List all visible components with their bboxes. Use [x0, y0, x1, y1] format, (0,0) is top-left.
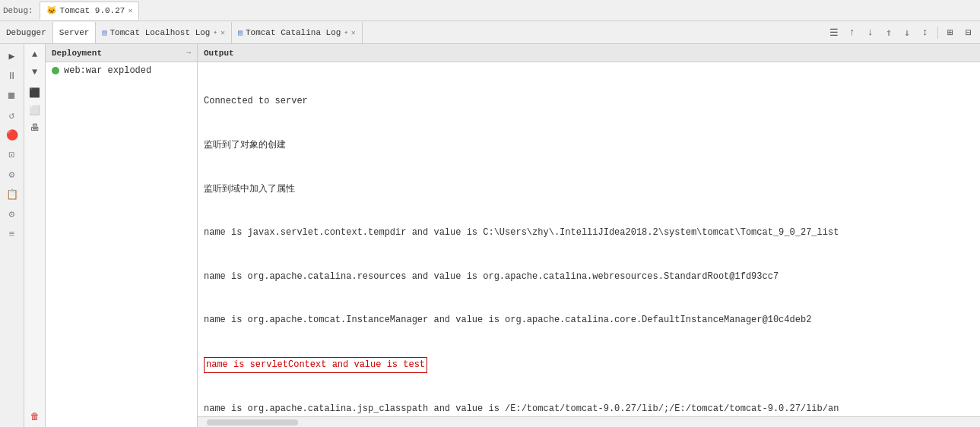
h-scrollbar-area — [198, 416, 980, 427]
btn-grid[interactable]: ⊞ — [942, 24, 959, 41]
tab-localhost-icon: ▤ — [102, 28, 106, 37]
top-bar: Debug: 🐱 Tomcat 9.0.27 ✕ — [0, 0, 980, 21]
log-line-3: name is javax.servlet.context.tempdir an… — [204, 226, 974, 240]
log-area[interactable]: Connected to server 监听到了对象的创建 监听到域中加入了属性… — [198, 62, 980, 416]
tab-tomcat-label: Tomcat 9.0.27 — [60, 6, 125, 15]
btn-up2[interactable]: ⇑ — [880, 24, 897, 41]
tab-server-label: Server — [59, 28, 90, 37]
sidebar-btn-settings[interactable]: ⚙ — [3, 166, 21, 184]
log-line-1: 监听到了对象的创建 — [204, 138, 974, 153]
deployment-header: Deployment → — [46, 44, 197, 62]
deployment-item-label: web:war exploded — [64, 65, 151, 76]
tab-localhost-close[interactable]: ✕ — [220, 28, 225, 37]
print-btn[interactable]: 🖶 — [27, 120, 43, 135]
btn-up3[interactable]: ↕ — [917, 24, 934, 41]
tab-localhost-label: Tomcat Localhost Log — [109, 28, 210, 37]
left-sidebar: ▶ ⏸ ⏹ ↺ 🔴 ⊡ ⚙ 📋 ⚙ ≡ — [0, 44, 24, 427]
sidebar-btn-gear[interactable]: ⚙ — [3, 205, 21, 223]
output-header: Output — [198, 44, 980, 62]
log-text-0: Connected to server — [204, 94, 974, 109]
tab-localhost-log[interactable]: ▤ Tomcat Localhost Log ✦ ✕ — [96, 22, 232, 43]
btn-down2[interactable]: ⇓ — [899, 24, 915, 41]
sidebar-btn-inspect[interactable]: ⊡ — [3, 146, 21, 164]
sidebar-btn-refresh[interactable]: ↺ — [3, 106, 21, 125]
log-line-5: name is org.apache.tomcat.InstanceManage… — [204, 313, 974, 327]
sidebar-btn-pause[interactable]: ⏸ — [3, 67, 21, 85]
log-text-4: name is org.apache.catalina.resources an… — [204, 270, 974, 284]
log-line-0: Connected to server — [204, 94, 974, 109]
btn-down[interactable]: ↓ — [862, 24, 879, 41]
deployment-item[interactable]: web:war exploded — [46, 62, 197, 79]
tab-catalina-label: Tomcat Catalina Log — [246, 28, 341, 37]
split-inner: ▲ ▼ ⬛ ⬜ 🖶 🗑 Deployment → web:war explode… — [24, 44, 980, 427]
sidebar-btn-play[interactable]: ▶ — [3, 47, 21, 65]
log-line-2: 监听到域中加入了属性 — [204, 182, 974, 197]
sep1 — [937, 27, 938, 39]
deployment-arrow: → — [186, 49, 191, 57]
status-dot — [52, 67, 59, 74]
output-panel: Output Connected to server 监听到了对象的创建 监听到… — [198, 44, 980, 427]
scroll-up-btn[interactable]: ▲ — [27, 47, 43, 62]
tab-tomcat-icon: 🐱 — [46, 5, 57, 15]
tab-tomcat[interactable]: 🐱 Tomcat 9.0.27 ✕ — [40, 2, 140, 20]
tab-server[interactable]: Server — [53, 22, 97, 43]
ide-window: Debug: 🐱 Tomcat 9.0.27 ✕ Debugger Server… — [0, 0, 980, 427]
main-area: ▶ ⏸ ⏹ ↺ 🔴 ⊡ ⚙ 📋 ⚙ ≡ ▲ ▼ ⬛ ⬜ 🖶 🗑 — [0, 44, 980, 427]
log-text-7: name is org.apache.catalina.jsp_classpat… — [204, 402, 974, 416]
tab-catalina-icon: ▤ — [238, 28, 243, 37]
log-line-7: name is org.apache.catalina.jsp_classpat… — [204, 402, 974, 416]
btn-up[interactable]: ↑ — [844, 24, 861, 41]
tab-debugger[interactable]: Debugger — [0, 22, 53, 43]
log-line-6: name is servletContext and value is test — [204, 357, 974, 373]
tab-close-icon[interactable]: ✕ — [128, 6, 132, 15]
deployment-panel: Deployment → web:war exploded — [46, 44, 198, 427]
deployment-title: Deployment — [52, 49, 102, 58]
log-text-2: 监听到域中加入了属性 — [204, 182, 974, 197]
sidebar-btn-stop[interactable]: ⏹ — [3, 87, 21, 105]
delete-btn[interactable]: 🗑 — [27, 409, 43, 424]
sidebar-btn-layout[interactable]: 📋 — [3, 185, 21, 204]
h-scrollbar-thumb[interactable] — [207, 419, 298, 425]
align2-btn[interactable]: ⬜ — [27, 103, 43, 118]
tab-catalina-pin: ✦ — [344, 28, 347, 36]
log-text-5: name is org.apache.tomcat.InstanceManage… — [204, 313, 974, 327]
log-line-4: name is org.apache.catalina.resources an… — [204, 270, 974, 284]
sidebar-btn-menu[interactable]: ≡ — [3, 225, 21, 243]
align-btn[interactable]: ⬛ — [27, 85, 43, 100]
log-text-6: name is servletContext and value is test — [204, 357, 427, 373]
debug-label: Debug: — [3, 6, 36, 15]
scroll-down-btn[interactable]: ▼ — [27, 65, 43, 80]
log-text-3: name is javax.servlet.context.tempdir an… — [204, 226, 974, 240]
tab-catalina-log[interactable]: ▤ Tomcat Catalina Log ✦ ✕ — [232, 22, 363, 43]
sidebar-btn-debug[interactable]: 🔴 — [3, 126, 21, 144]
tab-localhost-pin: ✦ — [213, 28, 217, 36]
tab-catalina-close[interactable]: ✕ — [351, 28, 356, 37]
tab-debugger-label: Debugger — [6, 28, 46, 37]
btn-menu[interactable]: ☰ — [826, 24, 842, 41]
log-text-1: 监听到了对象的创建 — [204, 138, 974, 153]
output-title: Output — [204, 49, 234, 58]
btn-split[interactable]: ⊟ — [960, 24, 977, 41]
